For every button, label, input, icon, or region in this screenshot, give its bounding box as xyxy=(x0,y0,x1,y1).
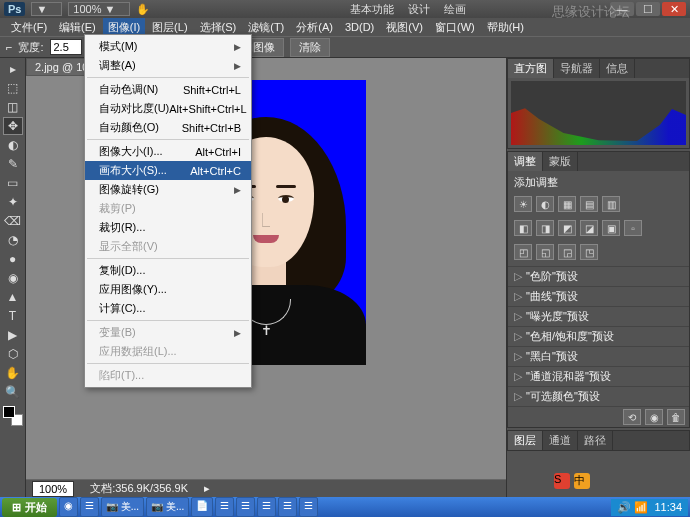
adjustment-icon[interactable]: ▦ xyxy=(558,196,576,212)
menu-item[interactable]: 裁切(R)... xyxy=(85,218,251,237)
menu-item[interactable]: 调整(A)▶ xyxy=(85,56,251,75)
tool-button[interactable]: ✦ xyxy=(3,193,23,211)
tool-button[interactable]: ◫ xyxy=(3,98,23,116)
tool-button[interactable]: ⬚ xyxy=(3,79,23,97)
menu-item[interactable]: 复制(D)... xyxy=(85,261,251,280)
menu-item[interactable]: 自动对比度(U)Alt+Shift+Ctrl+L xyxy=(85,99,251,118)
preset-item[interactable]: ▷"通道混和器"预设 xyxy=(508,366,689,386)
tool-button[interactable]: ⬡ xyxy=(3,345,23,363)
tool-button[interactable]: ✎ xyxy=(3,155,23,173)
menu-window[interactable]: 窗口(W) xyxy=(430,18,480,37)
tool-button[interactable]: ◔ xyxy=(3,231,23,249)
menu-item: 裁剪(P) xyxy=(85,199,251,218)
menu-view[interactable]: 视图(V) xyxy=(381,18,428,37)
adjustment-icon[interactable]: ◧ xyxy=(514,220,532,236)
menu-item[interactable]: 图像旋转(G)▶ xyxy=(85,180,251,199)
menu-item[interactable]: 图像大小(I)...Alt+Ctrl+I xyxy=(85,142,251,161)
tool-button[interactable]: ▶ xyxy=(3,326,23,344)
crop-tool-icon[interactable]: ⌐ xyxy=(6,41,12,53)
tab-layers[interactable]: 图层 xyxy=(508,431,543,450)
tool-button[interactable]: ▲ xyxy=(3,288,23,306)
clear-button[interactable]: 清除 xyxy=(290,38,330,57)
panel-icon[interactable]: ⟲ xyxy=(623,409,641,425)
zoom-value[interactable]: 100% xyxy=(32,481,74,497)
taskbar-item[interactable]: ☰ xyxy=(257,497,276,517)
menu-analysis[interactable]: 分析(A) xyxy=(291,18,338,37)
tool-button[interactable]: ⌫ xyxy=(3,212,23,230)
preset-item[interactable]: ▷"可选颜色"预设 xyxy=(508,386,689,406)
adjustment-icon[interactable]: ◩ xyxy=(558,220,576,236)
taskbar-item[interactable]: 📄 xyxy=(191,497,213,517)
start-button[interactable]: ⊞开始 xyxy=(2,498,57,517)
zoom-dropdown[interactable]: 100% ▼ xyxy=(68,2,130,16)
tab-navigator[interactable]: 导航器 xyxy=(554,59,600,78)
tool-button[interactable]: ◐ xyxy=(3,136,23,154)
hand-icon[interactable]: ✋ xyxy=(136,3,150,16)
menu-help[interactable]: 帮助(H) xyxy=(482,18,529,37)
adjustment-icon[interactable]: ◪ xyxy=(580,220,598,236)
panel-icon[interactable]: ◉ xyxy=(645,409,663,425)
tool-button[interactable]: ▭ xyxy=(3,174,23,192)
doc-info-arrow[interactable]: ▸ xyxy=(204,482,210,495)
tab-adjustments[interactable]: 调整 xyxy=(508,152,543,171)
tab-masks[interactable]: 蒙版 xyxy=(543,152,578,171)
tool-button[interactable]: ▸ xyxy=(3,60,23,78)
menu-item[interactable]: 应用图像(Y)... xyxy=(85,280,251,299)
taskbar-item[interactable]: ☰ xyxy=(215,497,234,517)
menu-item[interactable]: 自动颜色(O)Shift+Ctrl+B xyxy=(85,118,251,137)
tray-icons[interactable]: 🔊 📶 xyxy=(617,501,648,514)
tab-info[interactable]: 信息 xyxy=(600,59,635,78)
ime-icons[interactable]: S中 xyxy=(554,473,590,489)
adjustment-icon[interactable]: ◳ xyxy=(580,244,598,260)
adjustment-icon[interactable]: ▥ xyxy=(602,196,620,212)
trash-icon[interactable]: 🗑 xyxy=(667,409,685,425)
system-tray[interactable]: 🔊 📶 11:34 xyxy=(611,499,688,516)
workspace-dropdown[interactable]: ▼ xyxy=(31,2,62,16)
menu-item[interactable]: 计算(C)... xyxy=(85,299,251,318)
taskbar-item[interactable]: ◉ xyxy=(59,497,78,517)
menu-file[interactable]: 文件(F) xyxy=(6,18,52,37)
maximize-button[interactable]: ☐ xyxy=(636,2,660,16)
menu-item[interactable]: 模式(M)▶ xyxy=(85,37,251,56)
color-swatches[interactable] xyxy=(3,406,23,426)
adjustment-icon[interactable]: ◱ xyxy=(536,244,554,260)
width-field[interactable]: 2.5 xyxy=(50,39,82,55)
adjustment-icon[interactable]: ◨ xyxy=(536,220,554,236)
taskbar-item[interactable]: 📷 美... xyxy=(146,497,189,517)
tab-channels[interactable]: 通道 xyxy=(543,431,578,450)
preset-item[interactable]: ▷"色相/饱和度"预设 xyxy=(508,326,689,346)
adjustment-icon[interactable]: ◰ xyxy=(514,244,532,260)
adjustment-icon[interactable]: ☀ xyxy=(514,196,532,212)
menu-3d[interactable]: 3D(D) xyxy=(340,19,379,35)
preset-item[interactable]: ▷"色阶"预设 xyxy=(508,266,689,286)
tool-button[interactable]: ✋ xyxy=(3,364,23,382)
taskbar-item[interactable]: ☰ xyxy=(236,497,255,517)
close-button[interactable]: ✕ xyxy=(662,2,686,16)
taskbar-item[interactable]: ☰ xyxy=(80,497,99,517)
adjustment-icon[interactable]: ▤ xyxy=(580,196,598,212)
tab-histogram[interactable]: 直方图 xyxy=(508,59,554,78)
preset-item[interactable]: ▷"曲线"预设 xyxy=(508,286,689,306)
tool-button[interactable]: 🔍 xyxy=(3,383,23,401)
preset-item[interactable]: ▷"曝光度"预设 xyxy=(508,306,689,326)
taskbar-item[interactable]: ☰ xyxy=(299,497,318,517)
link-design[interactable]: 设计 xyxy=(408,2,430,17)
taskbar-item[interactable]: 📷 美... xyxy=(101,497,144,517)
taskbar-item[interactable]: ☰ xyxy=(278,497,297,517)
adjustment-icon[interactable]: ▫ xyxy=(624,220,642,236)
window-buttons: — ☐ ✕ xyxy=(610,2,686,16)
link-paint[interactable]: 绘画 xyxy=(444,2,466,17)
link-basic[interactable]: 基本功能 xyxy=(350,2,394,17)
adjustment-icon[interactable]: ◐ xyxy=(536,196,554,212)
menu-item[interactable]: 画布大小(S)...Alt+Ctrl+C xyxy=(85,161,251,180)
adjustment-icon[interactable]: ◲ xyxy=(558,244,576,260)
tool-button[interactable]: ✥ xyxy=(3,117,23,135)
tool-button[interactable]: ● xyxy=(3,250,23,268)
tab-paths[interactable]: 路径 xyxy=(578,431,613,450)
tool-button[interactable]: ◉ xyxy=(3,269,23,287)
minimize-button[interactable]: — xyxy=(610,2,634,16)
preset-item[interactable]: ▷"黑白"预设 xyxy=(508,346,689,366)
tool-button[interactable]: T xyxy=(3,307,23,325)
adjustment-icon[interactable]: ▣ xyxy=(602,220,620,236)
menu-item[interactable]: 自动色调(N)Shift+Ctrl+L xyxy=(85,80,251,99)
